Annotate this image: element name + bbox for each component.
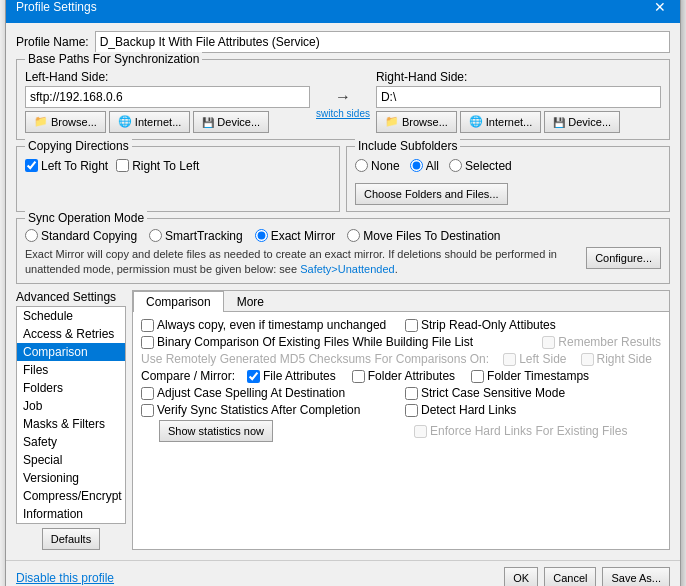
sidebar-item-safety[interactable]: Safety (17, 433, 125, 451)
switch-sides-link[interactable]: switch sides (316, 108, 370, 119)
standard-copying-option[interactable]: Standard Copying (25, 229, 137, 243)
enforce-hard-links-checkbox[interactable] (414, 425, 427, 438)
subfolders-selected-radio[interactable] (449, 159, 462, 172)
sync-mode-title: Sync Operation Mode (25, 211, 147, 225)
right-side-checkbox[interactable] (581, 353, 594, 366)
sidebar-item-files[interactable]: Files (17, 361, 125, 379)
sidebar-item-versioning[interactable]: Versioning (17, 469, 125, 487)
title-bar: Profile Settings ✕ (6, 0, 680, 23)
adjust-case-option[interactable]: Adjust Case Spelling At Destination (141, 386, 345, 400)
standard-copying-radio[interactable] (25, 229, 38, 242)
sidebar-item-masks-filters[interactable]: Masks & Filters (17, 415, 125, 433)
exact-mirror-option[interactable]: Exact Mirror (255, 229, 336, 243)
folder-timestamps-option[interactable]: Folder Timestamps (471, 369, 589, 383)
folder-timestamps-checkbox[interactable] (471, 370, 484, 383)
verify-sync-option[interactable]: Verify Sync Statistics After Completion (141, 403, 360, 417)
subfolders-none-radio[interactable] (355, 159, 368, 172)
sidebar-item-special[interactable]: Special (17, 451, 125, 469)
advanced-settings-section: Advanced Settings Schedule Access & Retr… (16, 290, 670, 550)
exact-mirror-radio[interactable] (255, 229, 268, 242)
detect-hard-links-option[interactable]: Detect Hard Links (405, 403, 516, 417)
smart-tracking-radio[interactable] (149, 229, 162, 242)
right-path-input[interactable] (376, 86, 661, 108)
right-to-left-label: Right To Left (132, 159, 199, 173)
disable-profile-link[interactable]: Disable this profile (16, 571, 114, 585)
strip-readonly-option[interactable]: Strip Read-Only Attibutes (405, 318, 556, 332)
profile-name-input[interactable] (95, 31, 670, 53)
left-side-checkbox[interactable] (503, 353, 516, 366)
device-icon-r (553, 116, 565, 128)
sidebar-item-folders[interactable]: Folders (17, 379, 125, 397)
folder-attributes-option[interactable]: Folder Attributes (352, 369, 455, 383)
left-path-input[interactable] (25, 86, 310, 108)
bottom-left: Disable this profile (16, 571, 114, 585)
subfolders-selected-option[interactable]: Selected (449, 159, 512, 173)
left-side-path: Left-Hand Side: Browse... Internet... De… (25, 70, 310, 133)
left-internet-button[interactable]: Internet... (109, 111, 190, 133)
subfolders-all-option[interactable]: All (410, 159, 439, 173)
verify-sync-checkbox[interactable] (141, 404, 154, 417)
safety-unattended-link[interactable]: Safety>Unattended (300, 263, 395, 275)
right-side-label: Right Side (597, 352, 652, 366)
comp-row-1: Always copy, even if timestamp unchanged… (141, 318, 661, 332)
ok-button[interactable]: OK (504, 567, 538, 586)
sidebar-item-comparison[interactable]: Comparison (17, 343, 125, 361)
remember-results-checkbox[interactable] (542, 336, 555, 349)
always-copy-option[interactable]: Always copy, even if timestamp unchanged (141, 318, 386, 332)
enforce-hard-links-option[interactable]: Enforce Hard Links For Existing Files (414, 424, 627, 438)
right-to-left-checkbox[interactable] (116, 159, 129, 172)
sidebar-item-information[interactable]: Information (17, 505, 125, 523)
left-to-right-option[interactable]: Left To Right (25, 159, 108, 173)
left-side-label: Left Side (519, 352, 566, 366)
tab-comparison[interactable]: Comparison (133, 291, 224, 312)
detect-hard-links-checkbox[interactable] (405, 404, 418, 417)
globe-icon (118, 115, 132, 128)
left-device-button[interactable]: Device... (193, 111, 269, 133)
right-browse-button[interactable]: Browse... (376, 111, 457, 133)
detect-hard-links-label: Detect Hard Links (421, 403, 516, 417)
move-files-option[interactable]: Move Files To Destination (347, 229, 500, 243)
binary-comparison-checkbox[interactable] (141, 336, 154, 349)
move-files-radio[interactable] (347, 229, 360, 242)
sidebar-item-access-retries[interactable]: Access & Retries (17, 325, 125, 343)
strict-case-option[interactable]: Strict Case Sensitive Mode (405, 386, 565, 400)
folder-attributes-checkbox[interactable] (352, 370, 365, 383)
include-subfolders-title: Include Subfolders (355, 139, 460, 153)
strip-readonly-checkbox[interactable] (405, 319, 418, 332)
right-side-option[interactable]: Right Side (581, 352, 652, 366)
sidebar-item-job[interactable]: Job (17, 397, 125, 415)
always-copy-checkbox[interactable] (141, 319, 154, 332)
choose-folders-button[interactable]: Choose Folders and Files... (355, 183, 508, 205)
file-attributes-checkbox[interactable] (247, 370, 260, 383)
comp-row-7: Show statistics now Enforce Hard Links F… (141, 420, 661, 442)
right-device-button[interactable]: Device... (544, 111, 620, 133)
globe-icon-r (469, 115, 483, 128)
adjust-case-checkbox[interactable] (141, 387, 154, 400)
base-paths-group: Base Paths For Synchronization Left-Hand… (16, 59, 670, 140)
right-internet-button[interactable]: Internet... (460, 111, 541, 133)
file-attributes-option[interactable]: File Attributes (247, 369, 336, 383)
sidebar-item-compress-encrypt[interactable]: Compress/Encrypt (17, 487, 125, 505)
cancel-button[interactable]: Cancel (544, 567, 596, 586)
remember-results-label: Remember Results (558, 335, 661, 349)
advanced-sidebar: Schedule Access & Retries Comparison Fil… (16, 306, 126, 524)
save-as-button[interactable]: Save As... (602, 567, 670, 586)
left-side-option[interactable]: Left Side (503, 352, 566, 366)
subfolders-none-option[interactable]: None (355, 159, 400, 173)
copying-directions-group: Copying Directions Left To Right Right T… (16, 146, 340, 212)
right-to-left-option[interactable]: Right To Left (116, 159, 199, 173)
close-button[interactable]: ✕ (650, 0, 670, 17)
remember-results-option[interactable]: Remember Results (542, 335, 661, 349)
smart-tracking-option[interactable]: SmartTracking (149, 229, 243, 243)
show-statistics-button[interactable]: Show statistics now (159, 420, 273, 442)
left-browse-button[interactable]: Browse... (25, 111, 106, 133)
subfolders-all-radio[interactable] (410, 159, 423, 172)
left-to-right-checkbox[interactable] (25, 159, 38, 172)
defaults-button[interactable]: Defaults (42, 528, 100, 550)
sidebar-item-schedule[interactable]: Schedule (17, 307, 125, 325)
tab-more[interactable]: More (224, 291, 277, 312)
strict-case-checkbox[interactable] (405, 387, 418, 400)
binary-comparison-option[interactable]: Binary Comparison Of Existing Files Whil… (141, 335, 473, 349)
configure-button[interactable]: Configure... (586, 247, 661, 269)
arrow-symbol: → (335, 88, 351, 106)
